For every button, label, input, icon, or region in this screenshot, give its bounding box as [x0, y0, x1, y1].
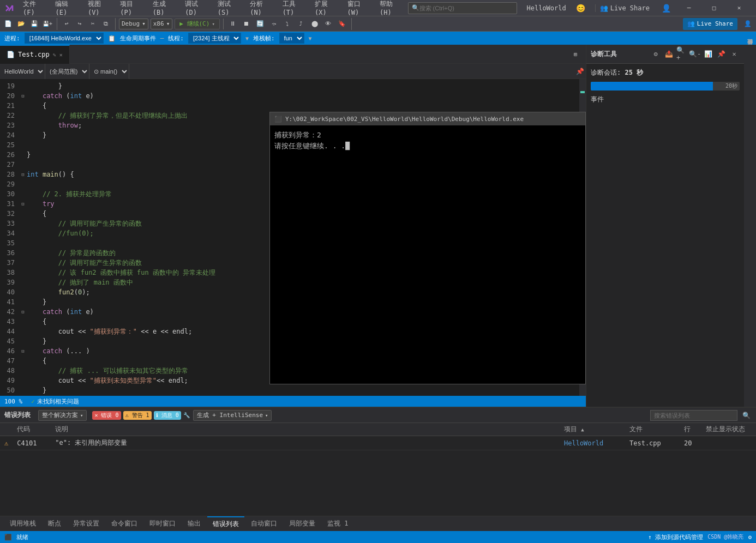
- save-all-btn[interactable]: 💾+: [41, 18, 53, 30]
- col-code[interactable]: 代码: [13, 423, 51, 436]
- menu-debug[interactable]: 调试(D): [181, 0, 213, 16]
- scope-select[interactable]: HelloWorld: [0, 64, 45, 79]
- menu-build[interactable]: 生成(B): [148, 0, 181, 16]
- tab-immediate[interactable]: 即时窗口: [144, 516, 181, 532]
- continue-btn[interactable]: ▶ 继续(C): [179, 20, 209, 28]
- diag-zoom-out-btn[interactable]: 🔍-: [689, 49, 700, 59]
- stop-btn[interactable]: ⏹: [241, 18, 253, 30]
- menu-extensions[interactable]: 扩展(X): [310, 0, 343, 16]
- live-share-btn-icon: 👥: [687, 20, 695, 27]
- split-right-btn[interactable]: ⊞: [569, 48, 581, 60]
- scope-label[interactable]: (全局范围): [45, 64, 89, 79]
- col-line[interactable]: 行: [680, 423, 701, 436]
- solution-filter-btn[interactable]: 整个解决方案 ▾: [38, 410, 87, 421]
- search-errors-box[interactable]: [650, 410, 737, 421]
- tab-locals[interactable]: 局部变量: [284, 516, 321, 532]
- source-control-label[interactable]: ↑ 添加到源代码管理: [648, 533, 703, 541]
- tab-exceptions[interactable]: 异常设置: [68, 516, 105, 532]
- stack-select[interactable]: fun: [279, 33, 304, 44]
- col-project[interactable]: 项目 ▲: [560, 423, 625, 436]
- warn-badge[interactable]: ⚠ 警告 1: [123, 411, 152, 420]
- pin-editor-btn[interactable]: 📌: [574, 65, 586, 77]
- save-btn[interactable]: 💾: [28, 18, 40, 30]
- error-row-c4101[interactable]: ⚠ C4101 "e": 未引用的局部变量 HelloWorld Test.cp…: [0, 436, 756, 450]
- open-file-btn[interactable]: 📂: [15, 18, 27, 30]
- bookmark-btn[interactable]: 🔖: [336, 18, 348, 30]
- profile-btn[interactable]: 👤: [742, 18, 754, 30]
- timer-bar: 20秒: [591, 82, 740, 90]
- menu-help[interactable]: 帮助(H): [375, 0, 407, 16]
- ready-icon: ⬛: [4, 534, 12, 541]
- tab-callstack[interactable]: 调用堆栈: [4, 516, 41, 532]
- copy-btn[interactable]: ⧉: [100, 18, 112, 30]
- maximize-button[interactable]: □: [701, 0, 727, 16]
- function-select[interactable]: ⊙ main(): [89, 64, 129, 79]
- minimize-button[interactable]: ─: [676, 0, 701, 16]
- code-line-19: 19 }: [0, 81, 579, 91]
- zoom-level[interactable]: 100 %: [4, 398, 22, 405]
- settings-icon[interactable]: ⚙: [748, 534, 752, 541]
- tab-command[interactable]: 命令窗口: [106, 516, 143, 532]
- error-badge[interactable]: ✕ 错误 0: [92, 411, 121, 420]
- search-errors-input[interactable]: [654, 412, 734, 419]
- tab-breakpoints[interactable]: 断点: [43, 516, 67, 532]
- arch-dropdown[interactable]: x86 ▾: [151, 19, 173, 29]
- tab-autos[interactable]: 自动窗口: [245, 516, 283, 532]
- error-panel: 错误列表 整个解决方案 ▾ ✕ 错误 0 ⚠ 警告 1 ℹ 消息 0 🔧 生成 …: [0, 407, 756, 516]
- pause-btn[interactable]: ⏸: [227, 18, 239, 30]
- menu-tools[interactable]: 工具(T): [278, 0, 310, 16]
- file-icon: 📄: [7, 51, 15, 58]
- search-errors-btn[interactable]: 🔍: [741, 410, 752, 421]
- menu-analyze[interactable]: 分析(N): [245, 0, 278, 16]
- info-badge[interactable]: ℹ 消息 0: [154, 411, 181, 420]
- live-share-button[interactable]: 👥 Live Share: [683, 18, 737, 30]
- menu-edit[interactable]: 编辑(E): [51, 0, 83, 16]
- tab-output[interactable]: 输出: [182, 516, 206, 532]
- debug-config-dropdown[interactable]: Debug ▾: [119, 19, 148, 29]
- issue-status: 未找到相关问题: [37, 397, 79, 406]
- vs-logo: [4, 3, 15, 14]
- events-label: 事件: [591, 95, 740, 104]
- step-out-btn[interactable]: ⤴: [295, 18, 307, 30]
- thread-select[interactable]: [2324] 主线程: [188, 33, 241, 44]
- menu-window[interactable]: 窗口(W): [343, 0, 375, 16]
- toolbar-file-group: 📄 📂 💾 💾+: [2, 18, 57, 30]
- menu-project[interactable]: 项目(P): [116, 0, 148, 16]
- build-filter-btn[interactable]: 生成 + IntelliSense ▾: [193, 410, 272, 421]
- breakpoint-btn[interactable]: ⬤: [309, 18, 321, 30]
- tab-close-btn[interactable]: ✕: [59, 52, 63, 58]
- menu-test[interactable]: 测试(S): [213, 0, 245, 16]
- close-button[interactable]: ✕: [727, 0, 752, 16]
- diag-pin-btn[interactable]: 📌: [716, 49, 727, 59]
- search-box[interactable]: 🔍: [408, 2, 517, 14]
- diag-settings-btn[interactable]: ⚙: [650, 49, 661, 59]
- menu-file[interactable]: 文件(F): [19, 0, 51, 16]
- tab-watch1[interactable]: 监视 1: [322, 516, 353, 532]
- toolbar-edit-group: ↩ ↪ ✂ ⧉: [61, 18, 116, 30]
- col-desc[interactable]: 说明: [51, 423, 560, 436]
- step-in-btn[interactable]: ⤵: [281, 18, 293, 30]
- tab-errorlist[interactable]: 错误列表: [207, 516, 244, 532]
- diag-export-btn[interactable]: 📤: [663, 49, 674, 59]
- cut-btn[interactable]: ✂: [87, 18, 99, 30]
- intellisense-icon: 🔧: [183, 412, 190, 418]
- statusbar-right: ↑ 添加到源代码管理 CSDN @韩晓亮 ⚙: [648, 533, 752, 541]
- process-select[interactable]: [16848] HelloWorld.exe: [25, 33, 104, 44]
- tab-dirty-icon: ✎: [53, 52, 56, 58]
- col-file[interactable]: 文件: [625, 423, 680, 436]
- vtab-perf[interactable]: 性能分析器: [745, 47, 755, 51]
- search-input[interactable]: [419, 5, 513, 11]
- new-file-btn[interactable]: 📄: [2, 18, 14, 30]
- live-share-label[interactable]: Live Share: [610, 4, 650, 12]
- restart-btn[interactable]: 🔄: [254, 18, 266, 30]
- diag-zoom-in-btn[interactable]: 🔍+: [676, 49, 687, 59]
- menu-view[interactable]: 视图(V): [83, 0, 116, 16]
- undo-btn[interactable]: ↩: [61, 18, 73, 30]
- diag-close-btn[interactable]: ✕: [729, 49, 740, 59]
- watch-btn[interactable]: 👁: [322, 18, 334, 30]
- tab-test-cpp[interactable]: 📄 Test.cpp ✎ ✕: [0, 45, 70, 64]
- step-over-btn[interactable]: ⤼: [268, 18, 280, 30]
- diag-chart-btn[interactable]: 📊: [703, 49, 713, 59]
- col-suppress[interactable]: 禁止显示状态: [701, 423, 756, 436]
- redo-btn[interactable]: ↪: [74, 18, 86, 30]
